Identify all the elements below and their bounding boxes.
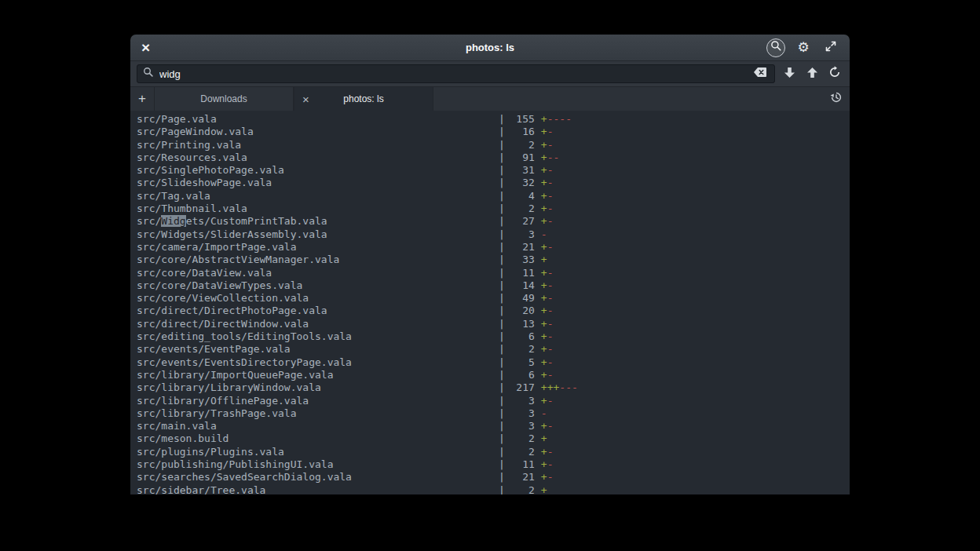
additions-marks: + xyxy=(541,305,547,316)
additions-marks: + xyxy=(541,318,547,330)
diffstat-line: src/Resources.vala|91+-- xyxy=(137,151,850,164)
column-separator: | xyxy=(499,126,505,138)
fullscreen-button[interactable] xyxy=(821,38,840,57)
file-name: src/library/ImportQueuePage.vala xyxy=(137,369,499,381)
change-count: 2 xyxy=(505,432,535,445)
additions-marks: + xyxy=(541,343,547,355)
change-count: 2 xyxy=(505,446,535,458)
tab-label: Downloads xyxy=(200,93,247,104)
search-input-icon xyxy=(143,67,154,81)
diffstat-line: src/meson.build|2+ xyxy=(137,432,850,445)
additions-marks: + xyxy=(541,203,547,214)
diff-symbols: +- xyxy=(535,318,554,330)
diffstat-line: src/Widgets/CustomPrintTab.vala|27+- xyxy=(137,215,850,228)
column-separator: | xyxy=(499,395,505,407)
diff-symbols: +++--- xyxy=(535,381,578,394)
file-name: src/sidebar/Tree.vala xyxy=(137,484,499,494)
cycle-icon xyxy=(828,66,841,82)
down-arrow-icon xyxy=(784,67,795,82)
change-count: 6 xyxy=(505,330,535,343)
deletions-marks: - xyxy=(547,126,554,137)
deletions-marks: - xyxy=(547,330,554,342)
diffstat-line: src/direct/DirectWindow.vala|13+- xyxy=(137,318,850,330)
titlebar-actions: ⚙ xyxy=(766,38,840,57)
diff-symbols: +- xyxy=(535,215,554,228)
diffstat-line: src/main.vala|3+- xyxy=(137,420,850,432)
find-previous-button[interactable] xyxy=(803,65,821,82)
change-count: 155 xyxy=(505,113,535,126)
restore-closed-tab-button[interactable] xyxy=(830,87,850,111)
column-separator: | xyxy=(499,151,505,164)
file-name: src/events/EventPage.vala xyxy=(137,343,499,356)
change-count: 14 xyxy=(505,279,535,292)
file-name: src/direct/DirectWindow.vala xyxy=(137,318,499,330)
new-tab-button[interactable]: + xyxy=(130,87,154,111)
deletions-marks: - xyxy=(547,267,554,279)
column-separator: | xyxy=(499,305,505,317)
deletions-marks: - xyxy=(547,420,554,432)
file-name: src/camera/ImportPage.vala xyxy=(137,241,499,254)
file-name: src/SinglePhotoPage.vala xyxy=(137,164,499,177)
tab-close-button[interactable]: × xyxy=(302,93,309,105)
deletions-marks: - xyxy=(541,228,547,240)
cyclic-search-button[interactable] xyxy=(826,65,843,82)
change-count: 217 xyxy=(505,381,535,394)
diffstat-line: src/library/OfflinePage.vala|3+- xyxy=(137,395,850,407)
diffstat-line: src/core/AbstractViewManager.vala|33+ xyxy=(137,254,850,266)
change-count: 49 xyxy=(505,292,535,305)
diff-symbols: - xyxy=(535,407,547,420)
deletions-marks: -- xyxy=(547,151,560,163)
column-separator: | xyxy=(499,446,505,458)
diff-symbols: +-- xyxy=(535,151,559,164)
diff-symbols: +- xyxy=(535,458,554,471)
search-field[interactable] xyxy=(137,64,775,83)
column-separator: | xyxy=(499,356,505,369)
additions-marks: + xyxy=(541,471,547,483)
file-name: src/meson.build xyxy=(137,432,499,445)
change-count: 21 xyxy=(505,241,535,254)
search-input[interactable] xyxy=(159,68,746,80)
diff-symbols: +- xyxy=(535,305,554,317)
diff-symbols: +- xyxy=(535,177,554,189)
search-toggle-button[interactable] xyxy=(766,38,785,57)
diffstat-line: src/library/LibraryWindow.vala|217+++--- xyxy=(137,381,850,394)
terminal-output[interactable]: src/Page.vala|155+----src/PageWindow.val… xyxy=(130,111,850,494)
settings-button[interactable]: ⚙ xyxy=(794,38,813,57)
diffstat-line: src/library/TrashPage.vala|3- xyxy=(137,407,850,420)
file-name: src/core/AbstractViewManager.vala xyxy=(137,254,499,266)
diffstat-line: src/editing_tools/EditingTools.vala|6+- xyxy=(137,330,850,343)
file-name: src/main.vala xyxy=(137,420,499,432)
diffstat-line: src/Page.vala|155+---- xyxy=(137,113,850,126)
change-count: 13 xyxy=(505,318,535,330)
file-name: src/PageWindow.vala xyxy=(137,126,499,138)
diffstat-line: src/core/DataViewTypes.vala|14+- xyxy=(137,279,850,292)
column-separator: | xyxy=(499,190,505,203)
file-name: src/Resources.vala xyxy=(137,151,499,164)
column-separator: | xyxy=(499,407,505,420)
diff-symbols: +- xyxy=(535,292,554,305)
column-separator: | xyxy=(499,177,505,189)
diff-symbols: +- xyxy=(535,126,554,138)
file-name: src/Widgets/SliderAssembly.vala xyxy=(137,228,499,241)
clear-search-button[interactable] xyxy=(751,65,769,82)
file-name: src/SlideshowPage.vala xyxy=(137,177,499,189)
additions-marks: + xyxy=(541,432,547,444)
close-window-button[interactable]: × xyxy=(140,40,152,55)
diff-symbols: +- xyxy=(535,164,554,177)
file-name: src/publishing/PublishingUI.vala xyxy=(137,458,499,471)
file-name: src/Thumbnail.vala xyxy=(137,203,499,215)
tab-label: photos: ls xyxy=(343,93,383,104)
column-separator: | xyxy=(499,471,505,483)
additions-marks: + xyxy=(541,241,547,253)
diffstat-line: src/publishing/PublishingUI.vala|11+- xyxy=(137,458,850,471)
diff-symbols: +- xyxy=(535,139,554,151)
titlebar: × photos: ls ⚙ xyxy=(130,35,850,61)
additions-marks: + xyxy=(541,369,547,381)
file-name: src/events/EventsDirectoryPage.vala xyxy=(137,356,499,369)
tab-downloads[interactable]: Downloads xyxy=(154,87,294,111)
diff-symbols: - xyxy=(535,228,547,241)
additions-marks: + xyxy=(541,267,547,279)
tab-photos-ls[interactable]: × photos: ls xyxy=(294,87,433,111)
find-next-button[interactable] xyxy=(781,65,798,82)
diffstat-line: src/sidebar/Tree.vala|2+ xyxy=(137,484,850,494)
